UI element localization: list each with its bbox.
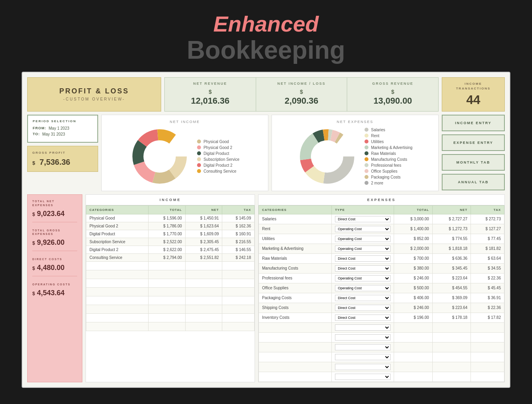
total-item: DIRECT COSTS$ 4,480.00 (32, 257, 77, 276)
type-select[interactable]: Direct CostDirect CostOperating Cost (335, 216, 391, 222)
expenses-cell: $ 2,000.00 (394, 244, 433, 253)
svg-point-6 (144, 141, 175, 172)
expenses-cell: Utilities (259, 234, 332, 244)
type-select[interactable]: Direct CostDirect CostOperating Cost (335, 295, 391, 301)
type-select[interactable]: Direct CostDirect CostOperating Cost (335, 315, 391, 321)
income-cell: $ 2,305.45 (185, 238, 222, 246)
type-select-empty[interactable]: Direct CostOperating Cost (335, 334, 391, 341)
type-empty-cell[interactable]: Direct CostOperating Cost (332, 362, 394, 372)
total-currency: $ (32, 291, 35, 296)
income-empty-cell (185, 313, 222, 322)
income-empty-row (86, 313, 255, 322)
expenses-cell: $ 1,272.73 (432, 224, 471, 234)
expenses-empty-cell (394, 372, 433, 382)
type-empty-cell[interactable]: Direct CostOperating Cost (332, 322, 394, 332)
legend-label: Professional fees (371, 163, 401, 168)
income-empty-cell (86, 305, 149, 313)
income-col-header: TOTAL (148, 205, 185, 214)
type-select-empty[interactable]: Direct CostOperating Cost (335, 374, 391, 380)
type-cell[interactable]: Direct CostDirect CostOperating Cost (332, 303, 394, 313)
expenses-empty-cell (259, 362, 332, 372)
type-select[interactable]: Operating CostDirect CostOperating Cost (335, 226, 391, 232)
expenses-empty-row: Direct CostOperating Cost (259, 342, 504, 352)
type-cell[interactable]: Direct CostDirect CostOperating Cost (332, 293, 394, 303)
legend-dot (365, 175, 368, 179)
type-select-empty[interactable]: Direct CostOperating Cost (335, 364, 391, 370)
type-empty-cell[interactable]: Direct CostOperating Cost (332, 352, 394, 362)
legend-dot (365, 163, 368, 167)
income-cell: $ 2,551.82 (185, 253, 222, 261)
action-button[interactable]: MONTHLY TAB (442, 154, 505, 171)
type-cell[interactable]: Operating CostDirect CostOperating Cost (332, 234, 394, 244)
period-box: PERIOD SELECTION FROM: May 1 2023 TO: Ma… (27, 115, 98, 143)
total-item: TOTAL GROSS EXPENSES$ 9,926.00 (32, 229, 77, 251)
type-select[interactable]: Direct CostDirect CostOperating Cost (335, 305, 391, 311)
net-income-chart: NET INCOME Physical GoodPhysical Good 2D… (101, 115, 268, 191)
income-cell: Subscription Service (86, 238, 149, 246)
legend-label: Subscription Service (203, 157, 239, 162)
income-empty-row (86, 322, 255, 331)
expenses-empty-cell (432, 342, 471, 352)
expenses-empty-cell (471, 352, 504, 362)
type-select[interactable]: Operating CostDirect CostOperating Cost (335, 275, 391, 281)
action-button[interactable]: INCOME ENTRY (442, 115, 505, 131)
expenses-cell: Packaging Costs (259, 293, 332, 303)
income-empty-cell (222, 261, 255, 270)
income-cell: $ 162.36 (222, 222, 255, 230)
type-select-empty[interactable]: Direct CostOperating Cost (335, 324, 391, 331)
type-cell[interactable]: Direct CostDirect CostOperating Cost (332, 253, 394, 263)
second-row: PERIOD SELECTION FROM: May 1 2023 TO: Ma… (27, 115, 505, 191)
legend-label: Consulting Service (203, 169, 236, 173)
expenses-cell: $ 454.55 (432, 283, 471, 293)
income-cell: Digital Product 2 (86, 246, 149, 253)
income-empty-cell (86, 296, 149, 305)
type-empty-cell[interactable]: Direct CostOperating Cost (332, 342, 394, 352)
expenses-cell: Office Supplies (259, 283, 332, 293)
expenses-empty-cell (432, 362, 471, 372)
expenses-cell: $ 500.00 (394, 283, 433, 293)
expenses-table-row: Shipping CostsDirect CostDirect CostOper… (259, 303, 504, 313)
income-empty-cell (222, 279, 255, 287)
net-income-legend: Physical GoodPhysical Good 2Digital Prod… (197, 140, 239, 173)
type-cell[interactable]: Operating CostDirect CostOperating Cost (332, 224, 394, 234)
profit-loss-box: PROFIT & LOSS -CUSTOM OVERVIEW- (27, 77, 161, 112)
expenses-empty-row: Direct CostOperating Cost (259, 362, 504, 372)
income-empty-cell (148, 287, 185, 296)
type-cell[interactable]: Direct CostDirect CostOperating Cost (332, 263, 394, 273)
type-select-empty[interactable]: Direct CostOperating Cost (335, 354, 391, 360)
type-cell[interactable]: Operating CostDirect CostOperating Cost (332, 273, 394, 283)
type-cell[interactable]: Direct CostDirect CostOperating Cost (332, 313, 394, 322)
income-empty-cell (185, 287, 222, 296)
dashboard: PROFIT & LOSS -CUSTOM OVERVIEW- NET REVE… (22, 72, 510, 388)
expenses-cell: $ 246.00 (394, 273, 433, 283)
type-select[interactable]: Direct CostDirect CostOperating Cost (335, 255, 391, 262)
period-title: PERIOD SELECTION (33, 119, 93, 123)
type-empty-cell[interactable]: Direct CostOperating Cost (332, 372, 394, 382)
expenses-empty-row: Direct CostOperating Cost (259, 372, 504, 382)
type-select-empty[interactable]: Direct CostOperating Cost (335, 344, 391, 350)
expenses-empty-cell (471, 372, 504, 382)
total-currency: $ (32, 240, 35, 246)
type-select[interactable]: Operating CostDirect CostOperating Cost (335, 246, 391, 252)
type-select[interactable]: Direct CostDirect CostOperating Cost (335, 265, 391, 272)
income-empty-row (86, 261, 255, 270)
expenses-table-row: Raw MaterialsDirect CostDirect CostOpera… (259, 253, 504, 263)
legend-item: Office Supplies (365, 169, 412, 173)
type-select[interactable]: Operating CostDirect CostOperating Cost (335, 285, 391, 291)
income-cell: $ 2,522.00 (148, 238, 185, 246)
expenses-empty-cell (432, 322, 471, 332)
gp-label: GROSS PROFIT (32, 151, 93, 155)
action-button[interactable]: EXPENSE ENTRY (442, 134, 505, 151)
legend-dot (365, 128, 368, 132)
type-cell[interactable]: Operating CostDirect CostOperating Cost (332, 244, 394, 253)
net-revenue-value: 12,016.36 (171, 96, 249, 106)
type-empty-cell[interactable]: Direct CostOperating Cost (332, 332, 394, 342)
type-cell[interactable]: Operating CostDirect CostOperating Cost (332, 283, 394, 293)
income-cell: Digital Product (86, 230, 149, 238)
type-cell[interactable]: Direct CostDirect CostOperating Cost (332, 214, 394, 224)
total-label: TOTAL NET EXPENSES (32, 199, 77, 207)
income-transactions-box: INCOMETRANSACTIONS 44 (442, 77, 505, 112)
expenses-table-row: Marketing & AdvertisingOperating CostDir… (259, 244, 504, 253)
type-select[interactable]: Operating CostDirect CostOperating Cost (335, 236, 391, 242)
action-button[interactable]: ANNUAL TAB (442, 174, 505, 190)
